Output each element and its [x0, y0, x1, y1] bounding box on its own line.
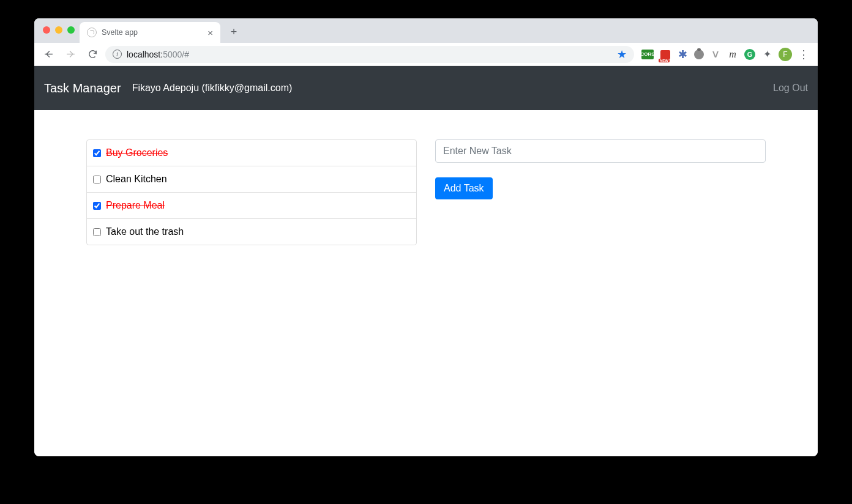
task-item: Prepare Meal — [87, 193, 416, 219]
user-display: Fikayo Adepoju (fikfikky@gmail.com) — [132, 83, 293, 94]
task-list: Buy GroceriesClean KitchenPrepare MealTa… — [86, 139, 417, 245]
tab-title: Svelte app — [102, 28, 138, 37]
app-brand: Task Manager — [44, 81, 121, 95]
task-item: Buy Groceries — [87, 140, 416, 166]
reload-button[interactable] — [83, 45, 102, 64]
reload-icon — [88, 49, 98, 59]
window-maximize-button[interactable] — [67, 26, 75, 34]
task-label: Prepare Meal — [106, 200, 165, 211]
page-content: Task Manager Fikayo Adepoju (fikfikky@gm… — [34, 66, 818, 456]
new-task-column: Add Task — [435, 139, 766, 245]
logout-link[interactable]: Log Out — [773, 83, 808, 94]
task-checkbox[interactable] — [93, 149, 101, 157]
task-checkbox[interactable] — [93, 176, 101, 183]
address-bar[interactable]: i localhost:5000/# ★ — [105, 46, 634, 63]
task-list-column: Buy GroceriesClean KitchenPrepare MealTa… — [86, 139, 417, 245]
task-item: Clean Kitchen — [87, 166, 416, 193]
cors-extension-icon[interactable]: CORS — [641, 50, 654, 59]
forward-button[interactable] — [61, 45, 80, 64]
browser-toolbar: i localhost:5000/# ★ CORS NEW ✱ V m G ✦ … — [34, 43, 818, 66]
add-task-button[interactable]: Add Task — [435, 177, 493, 199]
new-task-input[interactable] — [435, 139, 766, 163]
vue-extension-icon[interactable]: V — [710, 49, 721, 60]
url-host: localhost: — [127, 50, 163, 59]
task-label: Clean Kitchen — [106, 174, 167, 185]
site-info-icon[interactable]: i — [113, 50, 122, 59]
task-checkbox[interactable] — [93, 228, 101, 236]
bookmark-star-icon[interactable]: ★ — [617, 48, 627, 61]
svelte-favicon-icon — [87, 28, 97, 37]
task-checkbox[interactable] — [93, 202, 101, 210]
window-close-button[interactable] — [43, 26, 50, 34]
task-label: Buy Groceries — [106, 147, 168, 158]
url-path: 5000/# — [163, 50, 189, 59]
task-item: Take out the trash — [87, 219, 416, 245]
main-container: Buy GroceriesClean KitchenPrepare MealTa… — [77, 110, 775, 245]
extensions-menu-icon[interactable]: ✦ — [761, 49, 772, 60]
window-controls — [43, 26, 75, 34]
shopping-extension-icon[interactable]: NEW — [660, 49, 671, 60]
back-button[interactable] — [39, 45, 58, 64]
url-display: localhost:5000/# — [127, 50, 189, 59]
window-minimize-button[interactable] — [55, 26, 62, 34]
grammarly-extension-icon[interactable]: G — [744, 49, 755, 60]
browser-menu-icon[interactable]: ⋮ — [798, 49, 809, 60]
asterisk-extension-icon[interactable]: ✱ — [677, 49, 688, 60]
m-extension-icon[interactable]: m — [727, 49, 738, 60]
arrow-right-icon — [65, 49, 76, 59]
arrow-left-icon — [43, 49, 54, 59]
browser-window: Svelte app × + i localhost:5000/# ★ CORS… — [34, 18, 818, 456]
extension-icons: CORS NEW ✱ V m G ✦ F ⋮ — [638, 48, 813, 61]
pomodoro-extension-icon[interactable] — [694, 50, 704, 59]
close-tab-icon[interactable]: × — [207, 28, 213, 37]
app-navbar: Task Manager Fikayo Adepoju (fikfikky@gm… — [34, 66, 818, 110]
profile-avatar[interactable]: F — [779, 48, 792, 61]
browser-tab[interactable]: Svelte app × — [80, 22, 220, 43]
new-tab-button[interactable]: + — [225, 23, 242, 40]
task-label: Take out the trash — [106, 226, 184, 237]
browser-tab-bar: Svelte app × + — [34, 18, 818, 43]
